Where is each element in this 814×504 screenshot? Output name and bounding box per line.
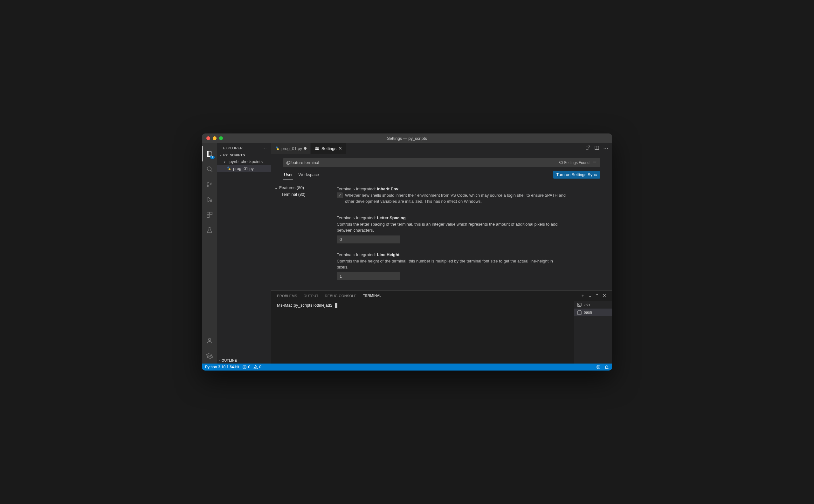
settings-scope-row: User Workspace Turn on Settings Sync	[271, 169, 612, 180]
setting-checkbox[interactable]: ✓	[337, 193, 342, 198]
search-icon	[206, 166, 213, 173]
split-editor-icon[interactable]	[594, 145, 599, 152]
settings-search-input[interactable]	[286, 160, 559, 165]
terminal-cursor-icon	[335, 303, 337, 308]
bottom-panel: PROBLEMS OUTPUT DEBUG CONSOLE TERMINAL ＋…	[271, 290, 612, 364]
status-bell-icon[interactable]	[605, 365, 609, 369]
settings-sync-button[interactable]: Turn on Settings Sync	[553, 171, 600, 179]
svg-point-20	[316, 149, 317, 150]
terminal-area[interactable]: Ms-iMac:py_scripts lotfinejad$	[271, 301, 574, 364]
extensions-activity[interactable]	[202, 207, 217, 222]
panel-tab-debug[interactable]: DEBUG CONSOLE	[325, 291, 357, 300]
minimize-window-button[interactable]	[213, 136, 216, 140]
chevron-down-icon: ⌄	[219, 153, 222, 157]
svg-rect-14	[277, 148, 279, 150]
explorer-sidebar: EXPLORER ⋯ ⌄ PY_SCRIPTS › .ipynb_checkpo…	[217, 143, 271, 363]
scope-workspace-tab[interactable]: Workspace	[297, 169, 319, 180]
setting-description: Controls the letter spacing of the termi…	[337, 221, 566, 234]
setting-crumb: Terminal › Integrated:	[337, 215, 377, 220]
chevron-right-icon: ›	[219, 358, 220, 362]
setting-name: Letter Spacing	[377, 215, 405, 220]
account-icon	[206, 337, 213, 344]
setting-line-height: Terminal › Integrated: Line Height Contr…	[337, 250, 603, 287]
outline-section-head[interactable]: › OUTLINE	[217, 357, 271, 364]
svg-rect-8	[207, 215, 209, 217]
new-terminal-icon[interactable]: ＋	[581, 293, 585, 299]
editor-more-icon[interactable]: ⋯	[603, 146, 608, 152]
panel-tab-output[interactable]: OUTPUT	[304, 291, 318, 300]
sidebar-header: EXPLORER ⋯	[217, 143, 271, 152]
activity-bar: 1	[202, 143, 217, 363]
svg-point-5	[210, 200, 212, 202]
terminal-dropdown-icon[interactable]: ⌄	[588, 293, 592, 299]
settings-count: 80 Settings Found	[559, 160, 590, 165]
status-python[interactable]: Python 3.10.1 64-bit	[205, 365, 239, 369]
explorer-activity[interactable]: 1	[202, 146, 217, 161]
titlebar: Settings — py_scripts	[202, 133, 612, 143]
svg-point-19	[317, 148, 318, 149]
run-debug-activity[interactable]	[202, 192, 217, 207]
svg-point-34	[598, 366, 598, 367]
svg-point-18	[316, 147, 317, 148]
warning-icon	[253, 365, 258, 369]
setting-number-input[interactable]	[337, 235, 400, 243]
error-icon	[242, 365, 247, 369]
setting-description: Controls the line height of the terminal…	[337, 258, 566, 270]
terminal-prompt: Ms-iMac:py_scripts lotfinejad$	[277, 303, 332, 308]
clear-filters-icon[interactable]	[592, 160, 597, 166]
status-feedback-icon[interactable]	[596, 365, 601, 369]
python-file-icon	[227, 166, 231, 171]
open-settings-json-icon[interactable]	[585, 145, 591, 152]
svg-rect-21	[586, 147, 588, 150]
tree-item-label: prog_01.py	[233, 166, 254, 171]
outline-label: OUTLINE	[222, 358, 237, 362]
tree-item-file[interactable]: prog_01.py	[217, 165, 271, 172]
chevron-down-icon: ⌄	[274, 185, 278, 190]
svg-point-9	[208, 338, 210, 340]
terminal-shell-bash[interactable]: bash	[574, 309, 612, 316]
setting-crumb: Terminal › Integrated:	[337, 252, 377, 257]
tab-prog01[interactable]: prog_01.py	[271, 143, 311, 154]
panel-tab-terminal[interactable]: TERMINAL	[363, 291, 381, 300]
extensions-icon	[206, 211, 213, 218]
tree-item-folder[interactable]: › .ipynb_checkpoints	[217, 158, 271, 165]
source-control-activity[interactable]	[202, 177, 217, 192]
panel-tab-problems[interactable]: PROBLEMS	[277, 291, 297, 300]
project-section-head[interactable]: ⌄ PY_SCRIPTS	[217, 152, 271, 158]
close-tab-icon[interactable]: ✕	[338, 146, 342, 151]
tab-settings[interactable]: Settings ✕	[311, 143, 346, 154]
gear-icon	[206, 352, 213, 359]
tab-label: prog_01.py	[281, 146, 302, 151]
sidebar-more-icon[interactable]: ⋯	[262, 146, 267, 151]
editor-tabs: prog_01.py Settings ✕ ⋯	[271, 143, 612, 154]
svg-rect-13	[276, 147, 277, 149]
status-warnings[interactable]: 0	[253, 365, 261, 369]
close-window-button[interactable]	[206, 136, 210, 140]
svg-rect-27	[578, 303, 581, 306]
status-errors[interactable]: 0	[242, 365, 250, 369]
maximize-panel-icon[interactable]: ⌃	[595, 293, 599, 299]
testing-activity[interactable]	[202, 222, 217, 238]
toc-features[interactable]: ⌄ Features (80)	[274, 185, 332, 191]
terminal-shell-zsh[interactable]: zsh	[574, 301, 612, 309]
settings-editor: 80 Settings Found User Workspace Turn on…	[271, 154, 612, 290]
explorer-badge: 1	[210, 156, 215, 159]
svg-point-10	[209, 355, 210, 357]
search-activity[interactable]	[202, 161, 217, 177]
tree-item-label: .ipynb_checkpoints	[227, 159, 263, 164]
svg-rect-12	[229, 168, 230, 170]
python-file-icon	[275, 146, 279, 151]
status-bar: Python 3.10.1 64-bit 0 0	[202, 364, 612, 371]
setting-number-input[interactable]	[337, 272, 400, 280]
terminal-icon	[577, 310, 582, 315]
settings-activity[interactable]	[202, 348, 217, 364]
svg-line-1	[211, 170, 212, 172]
panel-tabs: PROBLEMS OUTPUT DEBUG CONSOLE TERMINAL ＋…	[271, 291, 612, 301]
svg-rect-6	[207, 212, 209, 215]
accounts-activity[interactable]	[202, 333, 217, 348]
toc-terminal[interactable]: Terminal (80)	[274, 191, 332, 197]
scope-user-tab[interactable]: User	[283, 169, 293, 180]
close-panel-icon[interactable]: ✕	[603, 293, 606, 299]
file-tree: › .ipynb_checkpoints prog_01.py	[217, 158, 271, 172]
maximize-window-button[interactable]	[219, 136, 223, 140]
